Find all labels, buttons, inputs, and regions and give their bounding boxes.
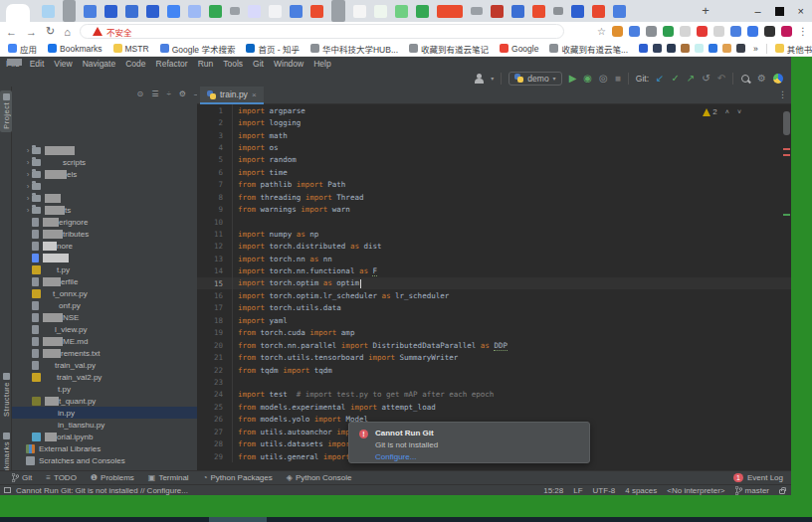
bookmark-favicon[interactable] <box>722 44 731 53</box>
status-item[interactable]: UTF-8 <box>593 486 616 495</box>
bookmark-item[interactable]: MSTR <box>113 44 149 54</box>
code-line-10[interactable]: 10 <box>197 216 791 228</box>
code-line-3[interactable]: 3import math <box>197 129 791 141</box>
git-rollback-button[interactable]: ↶ <box>717 74 725 84</box>
lock-icon[interactable] <box>779 489 785 494</box>
status-item[interactable]: 4 spaces <box>625 486 657 495</box>
home-icon[interactable]: ⌂ <box>64 26 71 38</box>
status-window-icon[interactable] <box>4 487 11 493</box>
bookmark-favicon[interactable] <box>709 44 717 53</box>
menu-item-help[interactable]: Help <box>313 59 330 69</box>
status-item[interactable]: 15:28 <box>543 486 563 495</box>
browser-tab-favicon[interactable] <box>188 5 201 18</box>
tool-window-button-problems[interactable]: ❶Problems <box>91 473 134 482</box>
tree-item[interactable]: › <box>12 192 209 204</box>
tree-item-tributes[interactable]: tributes <box>12 228 209 240</box>
tree-item-t-py[interactable]: t.py <box>12 263 209 275</box>
browser-tab-favicons[interactable] <box>42 0 626 22</box>
code-editor[interactable]: 1import argparse2import logging3import m… <box>197 104 791 470</box>
run-button[interactable]: ▶ <box>569 74 577 84</box>
search-everywhere-icon[interactable] <box>740 74 750 84</box>
bookmark-favicons[interactable] <box>639 44 745 53</box>
chevron-right-icon[interactable]: › <box>24 182 32 191</box>
tree-item-in-tianshu-py[interactable]: in_tianshu.py <box>12 419 209 431</box>
code-line-23[interactable]: 23 <box>197 376 791 388</box>
browser-tab-favicon[interactable] <box>146 5 159 18</box>
tool-button-structure[interactable]: Structure <box>0 373 12 417</box>
bookmark-favicon[interactable] <box>639 44 648 53</box>
browser-tab-favicon[interactable] <box>491 5 504 18</box>
minimize-button[interactable]: – <box>754 5 760 17</box>
chevron-right-icon[interactable]: › <box>24 170 32 179</box>
editor-tab-train-py[interactable]: train.py × <box>200 87 264 104</box>
reload-icon[interactable]: ↻ <box>46 25 55 38</box>
browser-tab-favicon[interactable] <box>167 5 180 18</box>
tree-item[interactable]: › <box>12 180 209 192</box>
error-stripe-mark[interactable] <box>783 154 790 156</box>
browser-tab-favicon[interactable] <box>613 5 626 18</box>
code-line-13[interactable]: 13import torch.nn as nn <box>197 253 791 264</box>
code-line-8[interactable]: 8from threading import Thread <box>197 191 791 203</box>
error-stripe-mark[interactable] <box>783 214 790 216</box>
tree-item-Scratches-and-Consoles[interactable]: Scratches and Consoles <box>12 454 209 466</box>
code-line-21[interactable]: 21from torch.utils.tensorboard import Su… <box>197 351 791 363</box>
tree-item-erignore[interactable]: erignore <box>12 216 209 228</box>
browser-tab-favicon[interactable] <box>416 5 429 18</box>
menu-item-window[interactable]: Window <box>274 59 304 69</box>
code-line-1[interactable]: 1import argparse <box>197 104 791 116</box>
tree-item-onf-py[interactable]: onf.py <box>12 299 209 311</box>
coverage-button[interactable]: ◎ <box>599 74 608 84</box>
extension-icon[interactable] <box>713 26 724 37</box>
code-line-5[interactable]: 5import random <box>197 154 791 166</box>
extension-icon[interactable] <box>612 26 623 37</box>
tree-item-train-val-py[interactable]: train_val.py <box>12 359 209 371</box>
new-tab-button[interactable]: + <box>697 2 714 20</box>
code-line-12[interactable]: 12import torch.distributed as dist <box>197 241 791 253</box>
bookmarks-overflow-icon[interactable]: » <box>753 44 758 54</box>
tab-close-icon[interactable]: × <box>252 90 257 99</box>
tree-item-orial-ipynb[interactable]: orial.ipynb <box>12 431 209 442</box>
bookmark-item[interactable]: 收藏到有道云笔... <box>549 43 628 55</box>
menu-item-navigate[interactable]: Navigate <box>83 59 116 69</box>
browser-tab-favicon[interactable] <box>353 5 366 18</box>
browser-menu-icon[interactable]: ⋮ <box>798 26 808 37</box>
tree-item[interactable] <box>12 252 209 263</box>
browser-tab-favicon[interactable] <box>230 7 240 15</box>
menu-item-refactor[interactable]: Refactor <box>156 59 188 69</box>
tool-window-button-git[interactable]: Git <box>12 473 32 482</box>
extension-icon[interactable] <box>764 26 775 37</box>
tree-item-ME-md[interactable]: ME.md <box>12 335 209 347</box>
menu-item-tools[interactable]: Tools <box>223 59 243 69</box>
code-line-11[interactable]: 11import numpy as np <box>197 228 791 240</box>
user-avatar-icon[interactable] <box>474 74 484 84</box>
status-message[interactable]: Cannot Run Git: Git is not installed // … <box>16 486 188 495</box>
browser-tab-favicon[interactable] <box>571 5 584 18</box>
chevron-right-icon[interactable]: › <box>24 146 32 155</box>
tree-item-ts[interactable]: ›ts <box>12 204 209 216</box>
bookmark-item[interactable]: 应用 <box>8 43 37 55</box>
code-line-19[interactable]: 19from torch.cuda import amp <box>197 327 791 339</box>
tree-item-t-py[interactable]: t.py <box>12 383 209 395</box>
settings-sync-icon[interactable] <box>773 74 783 84</box>
tool-window-button-todo[interactable]: ≡TODO <box>46 473 77 482</box>
browser-tab-favicon[interactable] <box>437 5 463 18</box>
extension-icon[interactable] <box>680 26 691 37</box>
configure-link[interactable]: Configure... <box>375 452 416 461</box>
tree-item-rements-txt[interactable]: rements.txt <box>12 347 209 359</box>
code-line-4[interactable]: 4import os <box>197 141 791 153</box>
browser-tab-favicon[interactable] <box>84 5 97 18</box>
collapse-all-icon[interactable]: ☰ <box>151 89 158 98</box>
browser-tab-favicon[interactable] <box>592 5 605 18</box>
run-configuration-select[interactable]: demo ▾ <box>508 72 561 86</box>
tree-item-erfile[interactable]: erfile <box>12 275 209 287</box>
browser-tab-favicon[interactable] <box>63 0 76 22</box>
git-push-button[interactable]: ↗ <box>687 74 695 84</box>
bookmark-item[interactable]: 华中科技大学HUB... <box>310 43 398 55</box>
panel-settings-gear-icon[interactable]: ⚙ <box>179 89 186 98</box>
tree-item-External-Libraries[interactable]: External Libraries <box>12 442 209 454</box>
menu-item-code[interactable]: Code <box>125 59 145 69</box>
extension-icon[interactable] <box>629 26 640 37</box>
git-update-button[interactable]: ↙ <box>656 74 664 84</box>
tree-item-nore[interactable]: nore <box>12 240 209 252</box>
browser-tab-favicon[interactable] <box>269 5 282 18</box>
